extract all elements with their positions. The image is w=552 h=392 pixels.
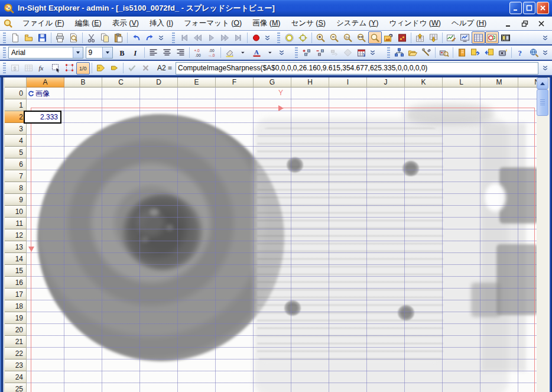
binary-view-button[interactable]: 1/0 bbox=[76, 62, 90, 74]
align-left-button[interactable] bbox=[147, 47, 160, 59]
print-button[interactable] bbox=[53, 31, 67, 44]
bold-button[interactable]: B bbox=[115, 47, 129, 59]
row-header-1[interactable]: 1 bbox=[5, 99, 27, 111]
crosshair-button[interactable] bbox=[296, 31, 310, 44]
redo-button[interactable] bbox=[143, 31, 157, 44]
row-header-21[interactable]: 21 bbox=[5, 336, 27, 348]
menu-insert[interactable]: 挿入 (I) bbox=[144, 17, 178, 30]
menu-format[interactable]: フォーマット (O) bbox=[178, 17, 247, 30]
row-header-15[interactable]: 15 bbox=[5, 265, 27, 277]
accept-button[interactable] bbox=[125, 62, 139, 74]
record-button[interactable] bbox=[249, 31, 263, 44]
font-name-combo[interactable]: Arial bbox=[8, 47, 83, 59]
sensor-find-button[interactable] bbox=[437, 47, 451, 59]
toolbar-grip[interactable] bbox=[3, 63, 6, 73]
network-tree-button[interactable] bbox=[392, 47, 406, 59]
zoom-1x-button[interactable]: 1x bbox=[341, 31, 355, 44]
row-header-8[interactable]: 8 bbox=[5, 182, 27, 194]
sheet-dollar-button[interactable]: $ bbox=[8, 62, 22, 74]
row-header-23[interactable]: 23 bbox=[5, 359, 27, 371]
column-header-L[interactable]: L bbox=[443, 77, 480, 88]
row-header-14[interactable]: 14 bbox=[5, 253, 27, 265]
column-header-H[interactable]: H bbox=[291, 77, 329, 88]
document-magnifier-icon[interactable] bbox=[4, 19, 12, 28]
row-header-10[interactable]: 10 bbox=[5, 206, 27, 218]
title-bar[interactable]: In-Sight Explorer - admin - [_is5100_007… bbox=[0, 0, 552, 17]
help-button[interactable]: ? bbox=[514, 47, 527, 59]
font-name-dropdown-button[interactable] bbox=[73, 47, 83, 58]
chart-monitor-button[interactable] bbox=[458, 31, 472, 44]
font-color-button[interactable]: A bbox=[250, 47, 264, 59]
row-header-3[interactable]: 3 bbox=[5, 123, 27, 135]
mdi-restore-button[interactable] bbox=[520, 19, 530, 28]
paste-button[interactable] bbox=[112, 31, 125, 44]
column-header-M[interactable]: M bbox=[480, 77, 518, 88]
row-header-4[interactable]: 4 bbox=[5, 135, 27, 147]
sensor-save-button[interactable] bbox=[469, 47, 482, 59]
tag-view-button[interactable] bbox=[108, 62, 121, 74]
column-header-I[interactable]: I bbox=[329, 77, 367, 88]
function-fx-button[interactable]: fx bbox=[35, 62, 49, 74]
save-button[interactable] bbox=[35, 31, 49, 44]
row-header-13[interactable]: 13 bbox=[5, 241, 27, 253]
row-header-16[interactable]: 16 bbox=[5, 277, 27, 289]
column-header-C[interactable]: C bbox=[102, 77, 140, 88]
toolbar-grip[interactable] bbox=[172, 33, 175, 43]
zoom-in-button[interactable] bbox=[314, 31, 327, 44]
column-header-F[interactable]: F bbox=[216, 77, 254, 88]
region-y-axis-arrow-icon[interactable] bbox=[278, 105, 284, 111]
print-preview-button[interactable] bbox=[67, 31, 80, 44]
zoom-region-button[interactable] bbox=[368, 31, 382, 44]
zoom-fit-button[interactable] bbox=[355, 31, 368, 44]
align-center-button[interactable] bbox=[160, 47, 174, 59]
toolbar-overflow-button[interactable] bbox=[368, 47, 376, 59]
folder-open-button[interactable] bbox=[406, 47, 420, 59]
sensor-copy-button[interactable] bbox=[482, 47, 496, 59]
copy-button[interactable] bbox=[98, 31, 112, 44]
menu-view[interactable]: 表示 (V) bbox=[107, 17, 144, 30]
filmstrip-button[interactable] bbox=[499, 31, 512, 44]
scroll-up-button[interactable] bbox=[537, 77, 548, 89]
select-all-corner[interactable] bbox=[5, 77, 27, 88]
spreadsheet-cells[interactable] bbox=[27, 88, 537, 392]
menu-sensor[interactable]: センサ (S) bbox=[285, 17, 331, 30]
row-header-18[interactable]: 18 bbox=[5, 300, 27, 312]
toolbar-grip[interactable] bbox=[3, 33, 6, 43]
toolbar-grip[interactable] bbox=[295, 47, 298, 58]
shape-diamond-button[interactable] bbox=[341, 47, 355, 59]
toolbar-grip[interactable] bbox=[277, 33, 280, 43]
snippet-move-button[interactable] bbox=[327, 47, 341, 59]
toolbar-overflow-button[interactable] bbox=[541, 31, 549, 44]
camera-trigger-button[interactable] bbox=[496, 47, 509, 59]
align-right-button[interactable] bbox=[174, 47, 187, 59]
rewind-button[interactable] bbox=[191, 31, 204, 44]
font-color-dropdown-button[interactable] bbox=[264, 47, 277, 59]
column-header-J[interactable]: J bbox=[367, 77, 405, 88]
grid-up-button[interactable] bbox=[413, 31, 427, 44]
row-header-20[interactable]: 20 bbox=[5, 324, 27, 336]
fill-color-dropdown-button[interactable] bbox=[236, 47, 250, 59]
menu-image[interactable]: 画像 (M) bbox=[247, 17, 285, 30]
decimal-right-button[interactable]: .00→.0 bbox=[205, 47, 219, 59]
tag-new-button[interactable] bbox=[94, 62, 108, 74]
row-header-7[interactable]: 7 bbox=[5, 170, 27, 182]
undo-button[interactable] bbox=[129, 31, 143, 44]
spreadsheet-view-button[interactable] bbox=[472, 31, 485, 44]
fast-forward-button[interactable] bbox=[218, 31, 232, 44]
font-size-dropdown-button[interactable] bbox=[102, 47, 112, 58]
close-button[interactable] bbox=[537, 2, 549, 14]
sheet-grid-button[interactable] bbox=[22, 62, 35, 74]
menu-file[interactable]: ファイル (F) bbox=[17, 17, 70, 30]
open-button[interactable] bbox=[22, 31, 35, 44]
toolbar-overflow-button[interactable] bbox=[541, 47, 549, 59]
row-header-25[interactable]: 25 bbox=[5, 383, 27, 392]
play-button[interactable] bbox=[204, 31, 218, 44]
column-header-B[interactable]: B bbox=[64, 77, 102, 88]
active-cell[interactable]: 2.333 bbox=[24, 111, 61, 124]
toolbar-overflow-button[interactable] bbox=[541, 62, 549, 74]
graphic-view-button[interactable] bbox=[485, 31, 499, 44]
italic-button[interactable]: I bbox=[129, 47, 142, 59]
row-header-22[interactable]: 22 bbox=[5, 348, 27, 359]
column-header-D[interactable]: D bbox=[140, 77, 178, 88]
region-x-axis-arrow-icon[interactable] bbox=[28, 247, 34, 252]
